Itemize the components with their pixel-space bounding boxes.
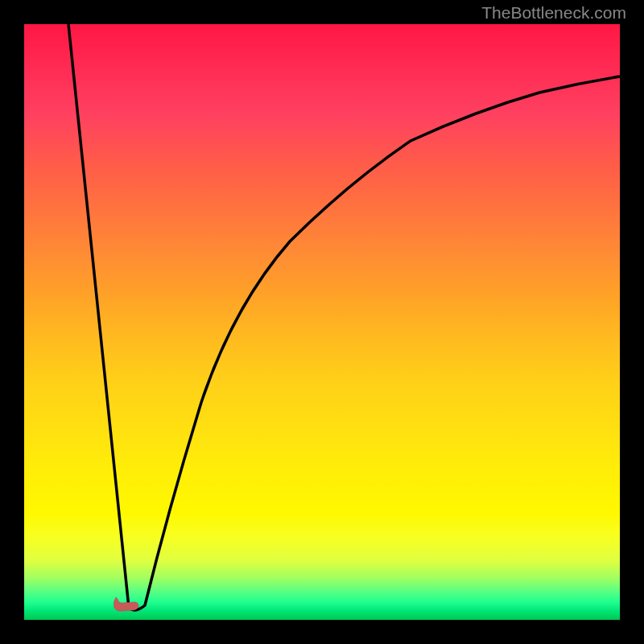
curve-path — [68, 24, 620, 610]
marker-shape — [114, 597, 138, 611]
bottleneck-curve — [24, 24, 620, 620]
chart-area — [24, 24, 620, 620]
watermark-text: TheBottleneck.com — [481, 3, 626, 23]
optimal-marker — [111, 596, 142, 613]
